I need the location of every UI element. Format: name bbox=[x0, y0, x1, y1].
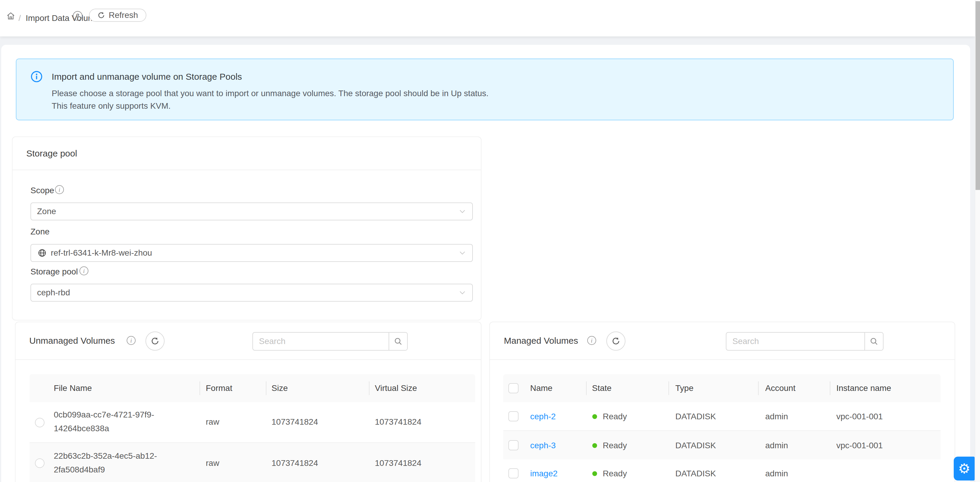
column-separator bbox=[586, 381, 587, 395]
unmanaged-title: Unmanaged Volumes bbox=[29, 336, 115, 346]
zone-select[interactable]: ref-trl-6341-k-Mr8-wei-zhou bbox=[30, 244, 473, 262]
column-header: State bbox=[592, 383, 611, 393]
status-dot bbox=[592, 414, 597, 419]
globe-icon bbox=[38, 248, 46, 259]
card-header-divider bbox=[13, 170, 481, 170]
column-separator bbox=[266, 381, 266, 395]
instance-cell: vpc-001-001 bbox=[836, 441, 883, 450]
card-header-divider bbox=[16, 359, 481, 360]
screen: / Import Data Volumes ? Refresh Import a… bbox=[0, 0, 980, 482]
unmanaged-reload-button[interactable] bbox=[145, 331, 165, 351]
column-header: File Name bbox=[54, 383, 92, 393]
scope-select[interactable]: Zone bbox=[30, 202, 473, 220]
virtual-size-cell: 1073741824 bbox=[375, 458, 422, 468]
home-icon[interactable] bbox=[6, 11, 16, 22]
card-header-divider bbox=[490, 359, 955, 360]
instance-cell: vpc-001-001 bbox=[836, 412, 883, 422]
size-cell: 1073741824 bbox=[272, 458, 318, 468]
column-header: Virtual Size bbox=[375, 383, 417, 393]
managed-title: Managed Volumes bbox=[504, 336, 578, 346]
pool-label: Storage pool bbox=[30, 267, 78, 277]
state-cell: Ready bbox=[603, 469, 627, 479]
column-separator bbox=[758, 381, 759, 395]
chevron-down-icon bbox=[459, 209, 466, 215]
breadcrumb-separator: / bbox=[19, 0, 21, 37]
table-row: image2 Ready DATADISK admin bbox=[503, 460, 940, 482]
managed-reload-button[interactable] bbox=[606, 331, 625, 351]
unmanaged-search bbox=[252, 332, 408, 351]
reload-icon bbox=[97, 11, 105, 19]
managed-info-icon[interactable]: i bbox=[587, 336, 596, 345]
row-radio[interactable] bbox=[35, 418, 45, 427]
unmanaged-info-icon[interactable]: i bbox=[127, 336, 135, 345]
row-radio[interactable] bbox=[35, 458, 45, 468]
refresh-button[interactable]: Refresh bbox=[89, 9, 146, 22]
row-checkbox[interactable] bbox=[508, 440, 519, 450]
type-cell: DATADISK bbox=[675, 441, 716, 450]
select-all-checkbox[interactable] bbox=[508, 383, 519, 393]
chevron-down-icon bbox=[459, 251, 466, 256]
scrollbar-thumb[interactable] bbox=[975, 1, 980, 190]
pool-info-icon[interactable]: i bbox=[80, 266, 88, 275]
info-circle-icon bbox=[30, 70, 43, 84]
size-cell: 1073741824 bbox=[272, 417, 318, 427]
file-name-line2: 14264bce838a bbox=[54, 424, 109, 433]
managed-search bbox=[726, 332, 883, 351]
managed-search-button[interactable] bbox=[864, 332, 883, 350]
volume-name-link[interactable]: image2 bbox=[530, 469, 558, 479]
column-separator bbox=[369, 381, 369, 395]
scope-info-icon[interactable]: i bbox=[55, 185, 64, 194]
unmanaged-search-input[interactable] bbox=[253, 332, 388, 350]
type-cell: DATADISK bbox=[675, 469, 716, 479]
unmanaged-search-button[interactable] bbox=[388, 332, 407, 350]
alert-description-line2: This feature only supports KVM. bbox=[52, 101, 170, 111]
column-header: Type bbox=[675, 383, 694, 393]
managed-search-input[interactable] bbox=[726, 332, 864, 350]
format-cell: raw bbox=[206, 417, 219, 427]
zone-select-value: ref-trl-6341-k-Mr8-wei-zhou bbox=[51, 245, 152, 261]
file-name-line1: 22b63c2b-352a-4ec5-ab12- bbox=[54, 451, 157, 461]
column-separator bbox=[830, 381, 830, 395]
zone-label: Zone bbox=[30, 227, 49, 237]
vertical-scrollbar[interactable] bbox=[975, 0, 980, 482]
pool-select[interactable]: ceph-rbd bbox=[30, 284, 473, 302]
column-separator bbox=[199, 381, 200, 395]
column-header: Instance name bbox=[836, 383, 891, 393]
help-icon[interactable]: ? bbox=[73, 11, 83, 21]
table-row: 22b63c2b-352a-4ec5-ab12- 2fa508d4baf9 ra… bbox=[30, 443, 475, 482]
scope-select-value: Zone bbox=[37, 207, 56, 216]
file-name-line1: 0cb099aa-cc7e-4721-97f9- bbox=[54, 410, 154, 420]
status-dot bbox=[592, 471, 597, 476]
column-header: Format bbox=[206, 383, 232, 393]
alert-description-line1: Please choose a storage pool that you wa… bbox=[52, 89, 488, 98]
table-row: ceph-2 Ready DATADISK admin vpc-001-001 bbox=[503, 402, 940, 430]
file-name-line2: 2fa508d4baf9 bbox=[54, 465, 105, 474]
column-header: Size bbox=[272, 383, 288, 393]
column-separator bbox=[668, 381, 669, 395]
status-dot bbox=[592, 443, 597, 448]
account-cell: admin bbox=[765, 441, 788, 450]
gear-icon: ⚙ bbox=[958, 460, 970, 477]
account-cell: admin bbox=[765, 469, 788, 479]
row-checkbox[interactable] bbox=[508, 468, 519, 479]
volume-name-link[interactable]: ceph-3 bbox=[530, 441, 556, 450]
settings-fab[interactable]: ⚙ bbox=[954, 457, 975, 480]
state-cell: Ready bbox=[603, 412, 627, 422]
table-row: ceph-3 Ready DATADISK admin vpc-001-001 bbox=[503, 431, 940, 459]
scope-label: Scope bbox=[30, 186, 54, 195]
virtual-size-cell: 1073741824 bbox=[375, 417, 422, 427]
table-row: 0cb099aa-cc7e-4721-97f9- 14264bce838a ra… bbox=[30, 402, 475, 442]
column-header: Name bbox=[530, 383, 552, 393]
pool-select-value: ceph-rbd bbox=[37, 288, 70, 297]
row-checkbox[interactable] bbox=[508, 411, 519, 422]
chevron-down-icon bbox=[459, 290, 466, 296]
alert-title: Import and unmanage volume on Storage Po… bbox=[52, 72, 242, 82]
state-cell: Ready bbox=[603, 441, 627, 450]
topbar: / Import Data Volumes ? Refresh bbox=[0, 0, 975, 37]
column-header: Account bbox=[765, 383, 795, 393]
type-cell: DATADISK bbox=[675, 412, 716, 422]
volume-name-link[interactable]: ceph-2 bbox=[530, 412, 556, 422]
storage-pool-card-title: Storage pool bbox=[26, 148, 77, 159]
account-cell: admin bbox=[765, 412, 788, 422]
refresh-label: Refresh bbox=[109, 10, 138, 20]
